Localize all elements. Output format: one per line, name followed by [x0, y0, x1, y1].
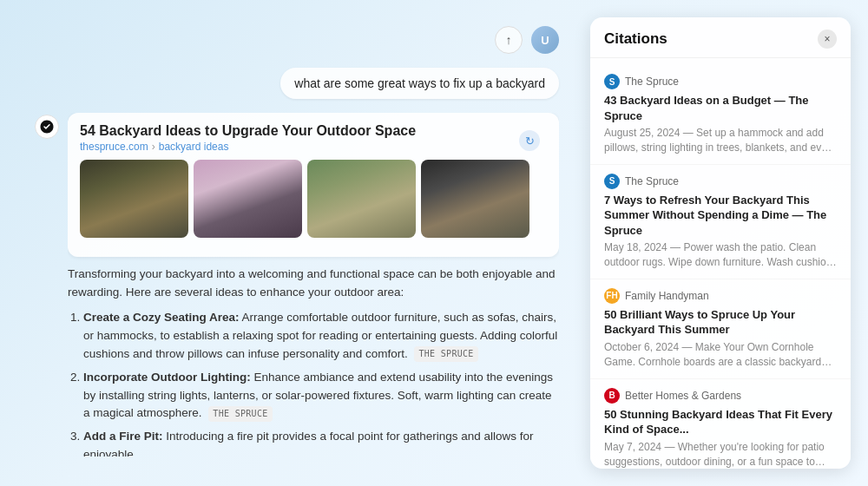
close-citations-button[interactable]: × [818, 30, 837, 49]
citation-title-3: 50 Stunning Backyard Ideas That Fit Ever… [604, 407, 837, 437]
backyard-image-2 [194, 160, 302, 238]
citations-list: S The Spruce 43 Backyard Ideas on a Budg… [590, 58, 851, 469]
citation-source-name-2: Family Handyman [625, 290, 709, 302]
chat-panel: ↑ U what are some great ways to fix up a… [17, 17, 576, 469]
images-row [80, 160, 547, 238]
backyard-image-1 [80, 160, 188, 238]
refresh-button[interactable]: ↻ [519, 130, 540, 151]
citation-item-3[interactable]: B Better Homes & Gardens 50 Stunning Bac… [590, 379, 851, 469]
citation-snippet-2: October 6, 2024 — Make Your Own Cornhole… [604, 340, 837, 370]
user-message: what are some great ways to fix up a bac… [280, 68, 559, 99]
citation-source-row-0: S The Spruce [604, 74, 837, 89]
citation-snippet-0: August 25, 2024 — Set up a hammock and a… [604, 126, 837, 155]
citation-source-row-3: B Better Homes & Gardens [604, 388, 837, 404]
main-container: ↑ U what are some great ways to fix up a… [17, 17, 851, 469]
citation-item-1[interactable]: S The Spruce 7 Ways to Refresh Your Back… [590, 165, 851, 279]
item-label-3: Add a Fire Pit: [83, 430, 163, 443]
citations-title: Citations [604, 30, 667, 48]
response-intro: Transforming your backyard into a welcom… [68, 266, 559, 302]
ai-response-row: 54 Backyard Ideas to Upgrade Your Outdoo… [35, 113, 559, 456]
citation-title-0: 43 Backyard Ideas on a Budget — The Spru… [604, 93, 837, 123]
citation-source-icon-1: S [604, 174, 620, 189]
citation-title-1: 7 Ways to Refresh Your Backyard This Sum… [604, 193, 837, 239]
share-button[interactable]: ↑ [495, 26, 523, 54]
citation-source-name-1: The Spruce [625, 175, 679, 187]
backyard-image-4 [421, 160, 529, 238]
citation-source-icon-0: S [604, 74, 620, 89]
avatar: U [531, 26, 559, 54]
item-label-2: Incorporate Outdoor Lighting: [83, 371, 251, 384]
citation-item-0[interactable]: S The Spruce 43 Backyard Ideas on a Budg… [590, 65, 851, 165]
ai-content: 54 Backyard Ideas to Upgrade Your Outdoo… [68, 113, 559, 456]
citation-source-name-0: The Spruce [625, 76, 679, 88]
chat-header: ↑ U [35, 17, 559, 68]
citation-source-row-2: FH Family Handyman [604, 288, 837, 304]
url-path: backyard ideas [159, 141, 229, 153]
user-message-row: what are some great ways to fix up a bac… [35, 68, 559, 99]
citation-tag-1[interactable]: THE SPRUCE [414, 346, 477, 362]
citations-header: Citations × [590, 17, 851, 58]
citations-panel: Citations × S The Spruce 43 Backyard Ide… [590, 17, 851, 469]
response-list: Create a Cozy Seating Area: Arrange comf… [68, 309, 559, 456]
response-item-2: Incorporate Outdoor Lighting: Enhance am… [83, 369, 559, 424]
url-separator: › [152, 141, 155, 153]
source-title: 54 Backyard Ideas to Upgrade Your Outdoo… [80, 123, 547, 139]
citation-source-row-1: S The Spruce [604, 174, 837, 189]
citation-tag-2[interactable]: THE SPRUCE [208, 406, 272, 422]
response-item-3: Add a Fire Pit: Introducing a fire pit p… [83, 428, 559, 456]
citation-snippet-3: May 7, 2024 — Whether you're looking for… [604, 440, 837, 469]
citation-snippet-1: May 18, 2024 — Power wash the patio. Cle… [604, 240, 837, 270]
citation-source-icon-2: FH [604, 288, 620, 304]
source-card: 54 Backyard Ideas to Upgrade Your Outdoo… [68, 113, 559, 257]
item-label-1: Create a Cozy Seating Area: [83, 311, 240, 324]
citation-source-name-3: Better Homes & Gardens [625, 390, 741, 402]
citation-title-2: 50 Brilliant Ways to Spruce Up Your Back… [604, 307, 837, 338]
backyard-image-3 [307, 160, 416, 238]
citation-source-icon-3: B [604, 388, 620, 404]
source-card-header: 54 Backyard Ideas to Upgrade Your Outdoo… [80, 123, 547, 153]
response-text: Transforming your backyard into a welcom… [68, 266, 559, 456]
source-domain: thespruce.com [80, 141, 148, 153]
source-url[interactable]: thespruce.com › backyard ideas [80, 141, 547, 153]
response-item-1: Create a Cozy Seating Area: Arrange comf… [83, 309, 559, 364]
ai-icon [35, 115, 59, 139]
citation-item-2[interactable]: FH Family Handyman 50 Brilliant Ways to … [590, 279, 851, 379]
